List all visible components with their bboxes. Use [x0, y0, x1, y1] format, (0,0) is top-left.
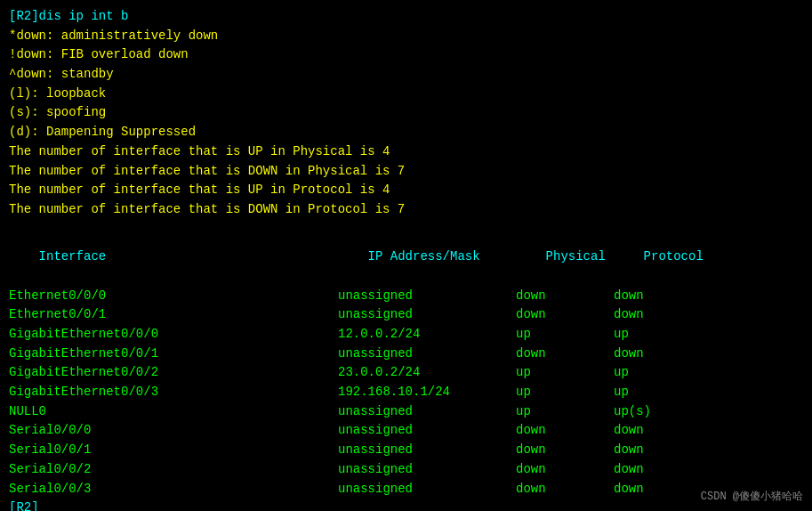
col-interface-header: Interface: [39, 247, 368, 267]
cell-interface: GigabitEthernet0/0/2: [9, 363, 338, 383]
cell-interface: Serial0/0/3: [9, 480, 338, 499]
note-admin-down: *down: administratively down: [9, 27, 803, 46]
command-line: [R2]dis ip int b: [9, 7, 803, 27]
cell-interface: GigabitEthernet0/0/3: [9, 383, 338, 402]
cell-interface: Serial0/0/1: [9, 441, 338, 460]
table-row: NULL0unassignedupup(s): [9, 402, 803, 422]
stat-up-physical: The number of interface that is UP in Ph…: [9, 142, 803, 162]
cell-interface: NULL0: [9, 402, 338, 422]
cell-physical: up: [516, 325, 614, 345]
note-spoofing: (s): spoofing: [9, 103, 803, 123]
cell-ip: 23.0.0.2/24: [338, 363, 516, 383]
cell-ip: unassigned: [338, 287, 516, 306]
cell-protocol: down: [614, 288, 644, 303]
cell-protocol: down: [614, 462, 644, 476]
col-physical-header: Physical: [546, 247, 644, 267]
cell-interface: GigabitEthernet0/0/1: [9, 345, 338, 364]
cell-interface: GigabitEthernet0/0/0: [9, 325, 338, 345]
cell-interface: Serial0/0/2: [9, 460, 338, 480]
stat-down-protocol: The number of interface that is DOWN in …: [9, 200, 803, 220]
cell-protocol: down: [614, 346, 644, 361]
table-row: Ethernet0/0/0unassigneddowndown: [9, 287, 803, 306]
cell-ip: unassigned: [338, 460, 516, 480]
stat-up-protocol: The number of interface that is UP in Pr…: [9, 181, 803, 200]
cell-ip: unassigned: [338, 402, 516, 422]
cell-physical: up: [516, 383, 614, 402]
cell-physical: down: [516, 287, 614, 306]
cell-physical: down: [516, 480, 614, 499]
cell-physical: down: [516, 441, 614, 460]
table-row: GigabitEthernet0/0/1unassigneddowndown: [9, 345, 803, 364]
cell-protocol: down: [614, 442, 644, 457]
table-row: GigabitEthernet0/0/3192.168.10.1/24upup: [9, 383, 803, 402]
note-loopback: (l): loopback: [9, 85, 803, 104]
table-row: Ethernet0/0/1unassigneddowndown: [9, 305, 803, 325]
cell-protocol: up: [614, 327, 629, 341]
cell-ip: unassigned: [338, 480, 516, 499]
cell-ip: unassigned: [338, 305, 516, 325]
cell-physical: down: [516, 305, 614, 325]
table-row: GigabitEthernet0/0/012.0.0.2/24upup: [9, 325, 803, 345]
cell-protocol: down: [614, 307, 644, 321]
table-row: GigabitEthernet0/0/223.0.0.2/24upup: [9, 363, 803, 383]
cell-protocol: up: [614, 385, 629, 399]
cell-protocol: down: [614, 482, 644, 496]
cell-protocol: up(s): [614, 404, 651, 418]
stat-down-physical: The number of interface that is DOWN in …: [9, 162, 803, 182]
col-ip-header: IP Address/Mask: [368, 247, 546, 267]
terminal-prompt[interactable]: [R2]: [9, 499, 803, 511]
cell-physical: up: [516, 402, 614, 422]
cell-ip: 192.168.10.1/24: [338, 383, 516, 402]
cell-ip: unassigned: [338, 345, 516, 364]
cell-physical: down: [516, 345, 614, 364]
table-row: Serial0/0/0unassigneddowndown: [9, 421, 803, 441]
cell-protocol: up: [614, 365, 629, 379]
note-dampening: (d): Dampening Suppressed: [9, 123, 803, 142]
terminal-window: [R2]dis ip int b *down: administratively…: [0, 0, 812, 511]
cell-protocol: down: [614, 423, 644, 437]
table-header-row: InterfaceIP Address/MaskPhysicalProtocol: [9, 229, 803, 287]
cell-ip: unassigned: [338, 441, 516, 460]
cell-physical: down: [516, 421, 614, 441]
cell-interface: Serial0/0/0: [9, 421, 338, 441]
col-protocol-header: Protocol: [644, 249, 703, 264]
note-standby: ^down: standby: [9, 65, 803, 85]
table-row: Serial0/0/3unassigneddowndown: [9, 480, 803, 499]
interface-table: Ethernet0/0/0unassigneddowndownEthernet0…: [9, 287, 803, 499]
watermark: CSDN @傻傻小猪哈哈: [701, 489, 803, 504]
table-row: Serial0/0/1unassigneddowndown: [9, 441, 803, 460]
cell-physical: up: [516, 363, 614, 383]
cell-physical: down: [516, 460, 614, 480]
cell-interface: Ethernet0/0/1: [9, 305, 338, 325]
note-fib-down: !down: FIB overload down: [9, 45, 803, 65]
table-row: Serial0/0/2unassigneddowndown: [9, 460, 803, 480]
cell-ip: unassigned: [338, 421, 516, 441]
cell-interface: Ethernet0/0/0: [9, 287, 338, 306]
cell-ip: 12.0.0.2/24: [338, 325, 516, 345]
